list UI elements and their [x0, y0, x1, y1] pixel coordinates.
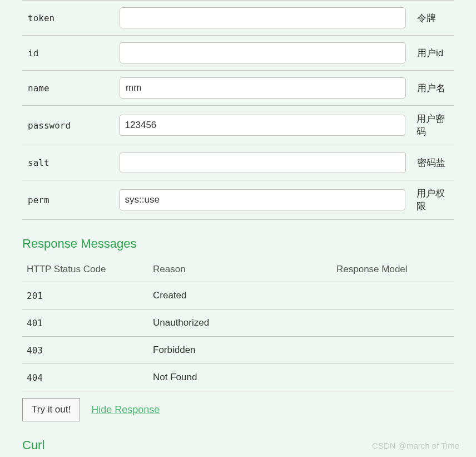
status-reason: Created: [153, 290, 336, 301]
param-input-wrap: [119, 115, 405, 136]
response-table: HTTP Status Code Reason Response Model 2…: [22, 259, 454, 391]
param-row-salt: salt 密码盐: [22, 145, 454, 180]
param-desc: 用户密码: [405, 112, 454, 138]
response-row: 404 Not Found: [22, 364, 454, 391]
status-code: 403: [22, 345, 153, 356]
param-name: salt: [22, 158, 120, 168]
password-input[interactable]: [119, 115, 405, 136]
status-reason: Unauthorized: [153, 317, 336, 328]
id-input[interactable]: [120, 42, 406, 63]
status-reason: Not Found: [153, 372, 336, 383]
param-row-password: password 用户密码: [22, 106, 454, 145]
param-row-token: token 令牌: [22, 0, 454, 36]
param-desc: 令牌: [406, 12, 436, 24]
status-code: 201: [22, 291, 153, 301]
response-row: 401 Unauthorized: [22, 309, 454, 337]
status-code: 404: [22, 372, 153, 383]
param-row-id: id 用户id: [22, 36, 454, 71]
response-header-row: HTTP Status Code Reason Response Model: [22, 259, 454, 282]
hide-response-link[interactable]: Hide Response: [91, 404, 160, 416]
param-input-wrap: [119, 189, 405, 210]
api-panel: token 令牌 id 用户id name 用户名 password 用户密码 …: [0, 0, 476, 453]
param-desc: 用户id: [406, 47, 443, 60]
response-row: 201 Created: [22, 282, 454, 309]
status-code: 401: [22, 318, 153, 328]
perm-input[interactable]: [119, 189, 405, 210]
param-name: id: [22, 48, 120, 58]
param-name: name: [22, 83, 120, 94]
param-name: password: [22, 120, 119, 131]
param-desc: 密码盐: [406, 156, 445, 169]
param-row-perm: perm 用户权限: [22, 180, 454, 220]
param-desc: 用户名: [406, 82, 445, 95]
col-header-model: Response Model: [336, 264, 454, 275]
response-row: 403 Forbidden: [22, 337, 454, 364]
status-reason: Forbidden: [153, 345, 336, 356]
param-name: token: [22, 13, 120, 23]
token-input[interactable]: [120, 7, 406, 28]
param-desc: 用户权限: [405, 187, 454, 213]
salt-input[interactable]: [120, 152, 406, 173]
curl-title: Curl: [22, 438, 476, 453]
param-name: perm: [22, 195, 119, 205]
param-input-wrap: [120, 152, 406, 173]
param-input-wrap: [120, 77, 406, 99]
col-header-code: HTTP Status Code: [22, 264, 153, 275]
action-row: Try it out! Hide Response: [22, 398, 454, 421]
param-input-wrap: [120, 7, 406, 28]
col-header-reason: Reason: [153, 264, 336, 275]
param-input-wrap: [120, 42, 406, 63]
response-messages-title: Response Messages: [22, 237, 476, 251]
name-input[interactable]: [120, 77, 406, 99]
try-it-out-button[interactable]: Try it out!: [22, 398, 80, 421]
param-row-name: name 用户名: [22, 71, 454, 106]
